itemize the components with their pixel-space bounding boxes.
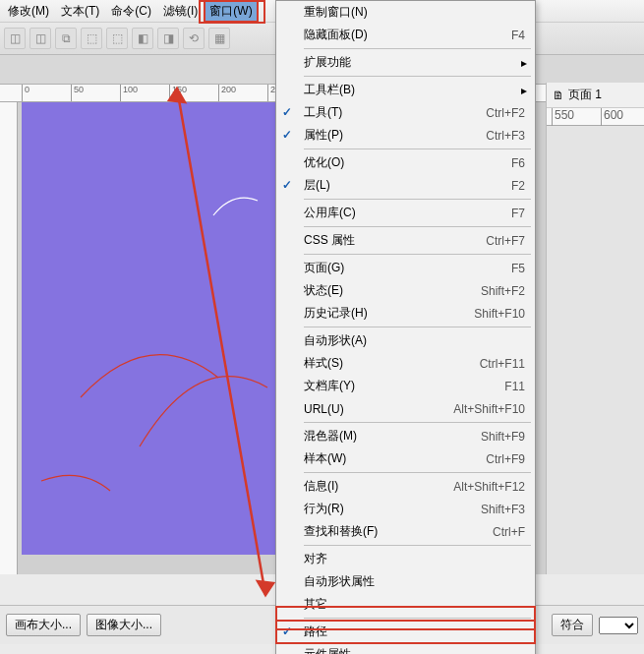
menu-item[interactable]: 隐藏面板(D)F4: [276, 24, 535, 46]
menu-item[interactable]: ✓属性(P)Ctrl+F3: [276, 124, 535, 147]
menu-item[interactable]: ✓路径: [276, 621, 535, 643]
menu-item[interactable]: ✓工具(T)Ctrl+F2: [276, 101, 535, 124]
menu-item-label: 混色器(M): [304, 428, 481, 445]
menu-shortcut: Shift+F10: [474, 307, 525, 321]
side-tab-page[interactable]: 🗎 页面 1: [547, 83, 644, 108]
menu-item[interactable]: 工具栏(B)▸: [276, 79, 535, 101]
tool-icon[interactable]: ◫: [4, 28, 26, 49]
menu-item[interactable]: CSS 属性Ctrl+F7: [276, 229, 535, 252]
svg-line-0: [177, 89, 265, 595]
tool-icon[interactable]: ⧉: [55, 28, 77, 49]
menu-item-label: 状态(E): [304, 282, 481, 299]
menu-shortcut: Shift+F9: [481, 430, 525, 444]
menu-separator: [304, 254, 531, 255]
menu-item-label: 层(L): [304, 177, 511, 194]
menu-item[interactable]: 样式(S)Ctrl+F11: [276, 352, 535, 375]
menu-item[interactable]: 查找和替换(F)Ctrl+F: [276, 520, 535, 543]
menu-separator: [304, 76, 531, 77]
menu-commands[interactable]: 命令(C): [105, 0, 157, 23]
image-size-button[interactable]: 图像大小...: [87, 614, 161, 636]
menu-shortcut: Alt+Shift+F12: [453, 480, 525, 494]
menu-item[interactable]: 历史记录(H)Shift+F10: [276, 302, 535, 325]
menu-item-label: 自动形状属性: [304, 573, 525, 590]
tool-icon[interactable]: ◧: [132, 28, 153, 49]
menu-shortcut: Ctrl+F: [493, 525, 525, 539]
zoom-select[interactable]: [599, 617, 638, 634]
check-icon: ✓: [282, 624, 296, 638]
menu-separator: [304, 226, 531, 227]
menu-separator: [304, 472, 531, 473]
menu-item[interactable]: 混色器(M)Shift+F9: [276, 425, 535, 447]
page-icon: 🗎: [553, 89, 564, 102]
fit-button[interactable]: 符合: [552, 614, 593, 636]
menu-shortcut: Ctrl+F11: [480, 357, 525, 371]
menu-item-label: 其它: [304, 596, 525, 613]
menu-item[interactable]: 状态(E)Shift+F2: [276, 279, 535, 302]
menu-item-label: 行为(R): [304, 501, 481, 517]
window-menu-dropdown: 重制窗口(N)隐藏面板(D)F4扩展功能▸工具栏(B)▸✓工具(T)Ctrl+F…: [275, 0, 536, 654]
menu-separator: [304, 327, 531, 327]
menu-item-label: 重制窗口(N): [304, 4, 525, 21]
menu-item[interactable]: 样本(W)Ctrl+F9: [276, 447, 535, 470]
menu-shortcut: F2: [511, 179, 525, 193]
menu-item[interactable]: 页面(G)F5: [276, 257, 535, 279]
menu-item[interactable]: 自动形状属性: [276, 570, 535, 593]
tool-icon[interactable]: ⟲: [183, 28, 205, 49]
menu-item[interactable]: 元件属性: [276, 643, 535, 654]
menu-text[interactable]: 文本(T): [55, 0, 105, 23]
menu-item[interactable]: 优化(O)F6: [276, 151, 535, 174]
side-tab-label: 页面 1: [568, 87, 602, 103]
menu-item-label: 工具栏(B): [304, 82, 525, 98]
menu-item-label: 优化(O): [304, 154, 511, 171]
menu-separator: [304, 48, 531, 49]
side-ruler: 550 600: [547, 108, 644, 126]
menu-item-label: 查找和替换(F): [304, 523, 493, 540]
menu-item[interactable]: 行为(R)Shift+F3: [276, 498, 535, 520]
menu-separator: [304, 618, 531, 619]
menu-item[interactable]: 公用库(C)F7: [276, 202, 535, 224]
menu-separator: [304, 199, 531, 200]
menu-shortcut: Alt+Shift+F10: [453, 402, 525, 416]
submenu-arrow-icon: ▸: [521, 56, 527, 70]
menu-item-label: URL(U): [304, 402, 453, 416]
tool-icon[interactable]: ⬚: [81, 28, 102, 49]
menu-item[interactable]: 文档库(Y)F11: [276, 375, 535, 397]
menu-window[interactable]: 窗口(W): [204, 0, 258, 23]
menu-item[interactable]: 信息(I)Alt+Shift+F12: [276, 475, 535, 498]
menu-shortcut: F4: [511, 29, 525, 42]
menu-item[interactable]: ✓层(L)F2: [276, 174, 535, 197]
menu-item-label: 公用库(C): [304, 205, 511, 221]
check-icon: ✓: [282, 128, 296, 142]
check-icon: ✓: [282, 105, 296, 119]
stroke-curve: [41, 475, 110, 491]
menu-item[interactable]: URL(U)Alt+Shift+F10: [276, 397, 535, 420]
ruler-vertical: [0, 102, 18, 574]
menu-shortcut: Ctrl+F7: [486, 234, 525, 248]
menu-shortcut: F6: [511, 156, 525, 170]
submenu-arrow-icon: ▸: [521, 84, 527, 97]
menu-filters[interactable]: 滤镜(I): [157, 0, 204, 23]
menu-item-label: 扩展功能: [304, 54, 525, 71]
tool-icon[interactable]: ▦: [208, 28, 230, 49]
menu-modify[interactable]: 修改(M): [2, 0, 55, 23]
tool-icon[interactable]: ◨: [157, 28, 179, 49]
side-panel: 🗎 页面 1 550 600: [546, 83, 644, 574]
menu-item-label: 页面(G): [304, 260, 511, 276]
tool-icon[interactable]: ◫: [29, 28, 51, 49]
menu-item[interactable]: 对齐: [276, 548, 535, 570]
menu-item-label: 元件属性: [304, 646, 525, 654]
menu-shortcut: F11: [504, 380, 525, 393]
menu-separator: [304, 545, 531, 546]
menu-item[interactable]: 扩展功能▸: [276, 51, 535, 74]
menu-shortcut: Ctrl+F2: [486, 106, 525, 120]
menu-item-label: CSS 属性: [304, 232, 486, 249]
svg-marker-2: [258, 581, 273, 595]
menu-item[interactable]: 自动形状(A): [276, 329, 535, 352]
tool-icon[interactable]: ⬚: [106, 28, 128, 49]
menu-shortcut: Ctrl+F9: [486, 452, 525, 466]
canvas-size-button[interactable]: 画布大小...: [6, 614, 81, 636]
menu-separator: [304, 422, 531, 423]
menu-item-label: 历史记录(H): [304, 305, 474, 322]
menu-item[interactable]: 其它: [276, 593, 535, 616]
menu-item[interactable]: 重制窗口(N): [276, 1, 535, 24]
